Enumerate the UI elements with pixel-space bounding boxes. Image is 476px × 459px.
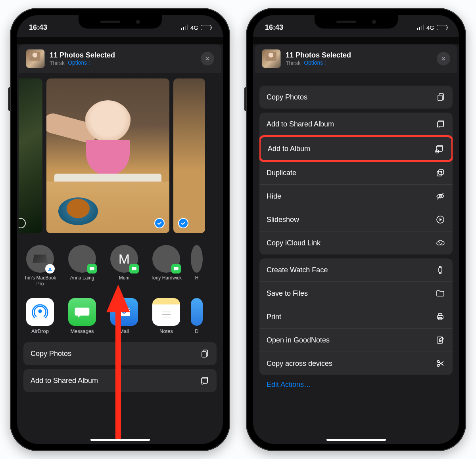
actions-list: Copy Photos Add to Shared Album: [255, 83, 457, 398]
cloud-link-icon: [435, 238, 445, 248]
action-group: Add to Shared Album: [23, 369, 217, 392]
action-add-to-album[interactable]: Add to Album: [259, 135, 453, 162]
action-label: Save to Files: [267, 289, 308, 298]
network-label: 4G: [190, 24, 198, 31]
svg-rect-2: [118, 308, 130, 316]
app-notes[interactable]: Notes: [149, 298, 184, 334]
battery-icon: [201, 25, 211, 30]
app-more[interactable]: D: [191, 298, 203, 334]
action-add-shared-album[interactable]: Add to Shared Album: [23, 369, 217, 392]
action-copy-photos[interactable]: Copy Photos: [23, 342, 217, 365]
app-icon-partial: [191, 298, 203, 326]
close-icon: [205, 56, 210, 61]
selection-check-icon[interactable]: [178, 218, 188, 228]
photo-preview-main[interactable]: [46, 78, 169, 233]
action-label: Add to Album: [268, 145, 310, 153]
note-edit-icon: [435, 335, 445, 345]
play-icon: [435, 214, 445, 225]
home-indicator[interactable]: [326, 439, 386, 441]
action-create-watch-face[interactable]: Create Watch Face: [259, 258, 453, 282]
svg-rect-22: [438, 316, 443, 319]
action-save-to-files[interactable]: Save to Files: [259, 282, 453, 305]
airdrop-contacts-row[interactable]: Tim's MacBook Pro Anna Laing M: [19, 239, 221, 293]
notch: [315, 15, 398, 29]
app-airdrop[interactable]: AirDrop: [23, 298, 58, 334]
share-sheet-body: Copy Photos Add to Shared Album: [253, 73, 459, 398]
selection-location: Thirsk: [286, 60, 301, 66]
action-group: Copy Photos: [259, 86, 453, 109]
messages-badge-icon: [129, 264, 139, 273]
action-slideshow[interactable]: Slideshow: [259, 208, 453, 231]
screen: 16:43 4G 11 Photos Selected Thirsk Optio…: [253, 15, 459, 444]
scissors-icon: [435, 358, 445, 369]
avatar: [152, 245, 180, 273]
action-copy-icloud-link[interactable]: Copy iCloud Link: [259, 231, 453, 254]
phone-left: 16:43 4G 11 Photos Selected Thirsk Optio…: [10, 8, 230, 451]
photo-preview-next[interactable]: [173, 78, 205, 233]
selection-check-icon[interactable]: [154, 218, 165, 228]
airdrop-badge-icon: [45, 264, 55, 273]
watch-icon: [435, 265, 445, 275]
mail-icon: [110, 298, 138, 326]
home-indicator[interactable]: [90, 439, 150, 441]
photo-preview-strip[interactable]: [19, 73, 221, 239]
avatar: [191, 245, 203, 273]
action-add-shared-album[interactable]: Add to Shared Album: [259, 113, 453, 136]
action-label: Hide: [267, 192, 281, 201]
svg-point-27: [438, 365, 440, 367]
selection-thumbnail: [26, 49, 45, 68]
app-mail[interactable]: Mail: [107, 298, 142, 334]
options-link[interactable]: Options 〉: [304, 59, 329, 67]
close-button[interactable]: [201, 52, 214, 65]
folder-icon: [435, 288, 445, 298]
app-label: Mail: [107, 328, 142, 334]
contact-label: Anna Laing: [65, 275, 100, 287]
action-label: Slideshow: [267, 216, 299, 224]
screen: 16:43 4G 11 Photos Selected Thirsk Optio…: [17, 15, 223, 444]
selection-circle-empty[interactable]: [19, 218, 26, 228]
selection-title: 11 Photos Selected: [50, 51, 196, 59]
action-copy-photos[interactable]: Copy Photos: [259, 86, 453, 109]
action-label: Create Watch Face: [267, 266, 328, 274]
notch: [79, 15, 162, 29]
contact-tony[interactable]: Tony Hardwick: [149, 245, 184, 287]
action-print[interactable]: Print: [259, 305, 453, 329]
options-link[interactable]: Options 〉: [68, 59, 93, 67]
action-duplicate[interactable]: Duplicate: [259, 161, 453, 185]
share-apps-row[interactable]: AirDrop Messages Mail: [19, 293, 221, 340]
avatar: [68, 245, 96, 273]
action-group: Create Watch Face Save to Files Print: [259, 258, 453, 375]
contact-more[interactable]: H: [191, 245, 203, 287]
contact-macbook[interactable]: Tim's MacBook Pro: [23, 245, 58, 287]
header-text: 11 Photos Selected Thirsk Options 〉: [50, 51, 196, 67]
avatar: M: [110, 245, 138, 273]
contact-anna[interactable]: Anna Laing: [65, 245, 100, 287]
share-sheet-header: 11 Photos Selected Thirsk Options 〉: [255, 44, 457, 73]
close-button[interactable]: [437, 52, 450, 65]
status-time: 16:43: [265, 23, 283, 32]
photo-preview-prev[interactable]: [19, 78, 42, 233]
status-right: 4G: [181, 24, 211, 31]
app-label: Notes: [149, 328, 184, 334]
action-label: Copy across devices: [267, 360, 332, 368]
svg-point-9: [202, 382, 203, 383]
edit-actions-link[interactable]: Edit Actions…: [259, 379, 453, 390]
messages-badge-icon: [171, 264, 181, 273]
svg-rect-23: [439, 314, 442, 316]
contact-label: Mum: [107, 275, 142, 287]
app-messages[interactable]: Messages: [65, 298, 100, 334]
action-hide[interactable]: Hide: [259, 185, 453, 208]
share-sheet-header: 11 Photos Selected Thirsk Options 〉: [19, 44, 221, 73]
background-strip: [17, 37, 223, 44]
contact-mum[interactable]: M Mum: [107, 245, 142, 287]
hide-icon: [435, 191, 445, 201]
print-icon: [435, 312, 445, 322]
status-time: 16:43: [29, 23, 47, 32]
selection-thumbnail: [262, 49, 281, 68]
action-open-goodnotes[interactable]: Open in GoodNotes: [259, 329, 453, 352]
chevron-right-icon: 〉: [324, 60, 329, 66]
messages-badge-icon: [87, 264, 97, 273]
network-label: 4G: [426, 24, 434, 31]
chevron-right-icon: 〉: [88, 60, 93, 66]
action-copy-across-devices[interactable]: Copy across devices: [259, 352, 453, 375]
